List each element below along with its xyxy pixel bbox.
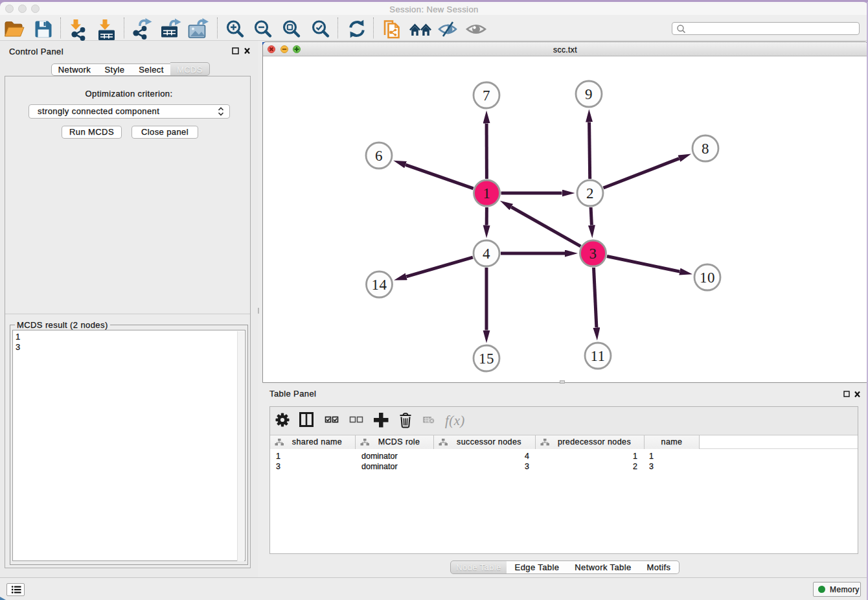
svg-text:14: 14 (372, 277, 387, 293)
svg-text:1: 1 (483, 185, 491, 202)
svg-text:7: 7 (483, 87, 490, 104)
svg-text:f(x): f(x) (445, 413, 465, 428)
svg-text:4: 4 (483, 246, 490, 262)
svg-text:3: 3 (589, 246, 597, 262)
svg-text:10: 10 (700, 270, 715, 286)
svg-text:2: 2 (586, 185, 594, 202)
svg-text:6: 6 (375, 148, 383, 164)
svg-text:8: 8 (702, 141, 709, 157)
svg-text:9: 9 (585, 86, 593, 102)
svg-text:15: 15 (479, 351, 494, 367)
svg-text:11: 11 (591, 348, 606, 364)
